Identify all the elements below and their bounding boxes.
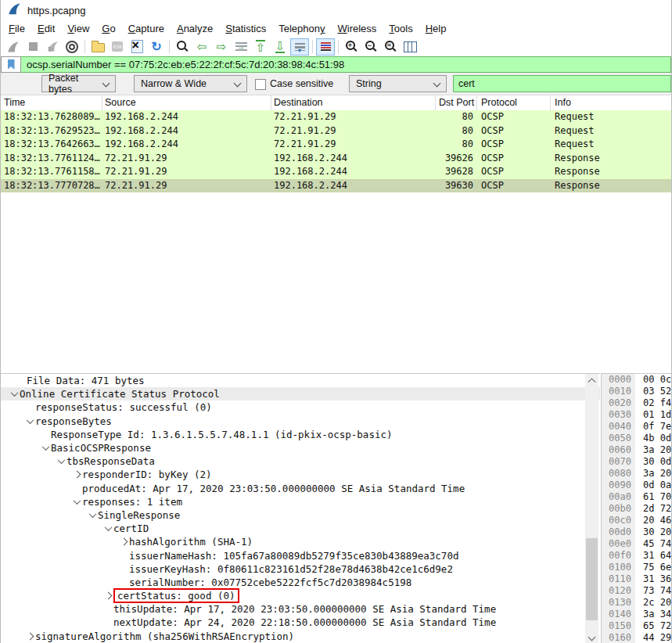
tree-row[interactable]: issuerNameHash: 105fa67a80089db5279f35ce…	[1, 548, 600, 562]
column-header-destination[interactable]: Destination	[274, 97, 323, 108]
hex-row[interactable]: 00d030 20	[602, 526, 671, 538]
close-file-icon[interactable]	[128, 38, 146, 56]
tree-row[interactable]: hashAlgorithm (SHA-1)	[1, 535, 600, 548]
packet-row-selected[interactable]: 18:32:13.7770728… 72.21.91.29 192.168.2.…	[1, 179, 671, 193]
save-file-icon[interactable]	[108, 38, 127, 56]
zoom-reset-icon[interactable]: =	[381, 38, 400, 56]
hex-row[interactable]: 000000 0c	[602, 374, 671, 386]
expander-down-icon[interactable]	[71, 499, 82, 505]
scrollbar-thumb[interactable]	[586, 538, 598, 620]
display-filter-input[interactable]: ocsp.serialNumber == 07:75:2c:eb:e5:22:2…	[21, 56, 671, 73]
search-type-select[interactable]: String	[349, 75, 447, 92]
go-bottom-icon[interactable]: ⇩	[271, 38, 289, 56]
tree-row-selected[interactable]: Online Certificate Status Protocol	[1, 387, 600, 401]
tree-row[interactable]: certID	[1, 522, 600, 535]
packet-row[interactable]: 18:32:13.7642663… 192.168.2.244 72.21.91…	[1, 138, 671, 152]
menu-capture[interactable]: Capture	[122, 22, 171, 35]
column-divider[interactable]	[435, 95, 436, 110]
tree-row[interactable]: SingleResponse	[1, 508, 600, 522]
go-top-icon[interactable]: ⇧	[251, 38, 270, 56]
hex-row[interactable]: 00a061 70	[602, 491, 671, 503]
auto-scroll-icon[interactable]	[290, 38, 309, 56]
hex-row[interactable]: 015065 72	[602, 620, 671, 632]
colorize-icon[interactable]	[316, 38, 335, 56]
resize-columns-icon[interactable]	[401, 38, 419, 56]
find-input[interactable]: cert	[453, 75, 671, 92]
start-capture-icon[interactable]	[4, 38, 23, 56]
open-file-icon[interactable]	[88, 38, 107, 56]
detail-scrollbar[interactable]	[585, 374, 598, 643]
go-back-icon[interactable]: ⇦	[192, 38, 211, 56]
hex-row[interactable]: 00b02d 72	[602, 503, 671, 515]
hex-row[interactable]: 00803a 20	[602, 468, 671, 480]
hex-row[interactable]: 00c020 46	[602, 515, 671, 526]
hex-row[interactable]: 00603a 20	[602, 444, 671, 456]
menu-view[interactable]: View	[61, 22, 95, 35]
column-divider[interactable]	[102, 95, 102, 110]
column-header-dst-port[interactable]: Dst Port	[439, 97, 474, 108]
filter-bookmark-button[interactable]	[1, 56, 21, 73]
expander-down-icon[interactable]	[24, 418, 35, 424]
expander-right-icon[interactable]	[102, 593, 113, 598]
expander-right-icon[interactable]	[118, 539, 129, 544]
column-divider[interactable]	[476, 95, 477, 110]
tree-row[interactable]: responseBytes	[1, 415, 600, 428]
char-width-select[interactable]: Narrow & Wide	[134, 75, 247, 92]
tree-row[interactable]: tbsResponseData	[1, 454, 600, 468]
menu-telephony[interactable]: Telephony	[272, 22, 331, 35]
hex-row[interactable]: 01302c 20	[602, 597, 671, 609]
column-header-time[interactable]: Time	[4, 97, 25, 108]
tree-row[interactable]: nextUpdate: Apr 24, 2020 22:18:50.000000…	[1, 616, 600, 629]
tree-row[interactable]: responseStatus: successful (0)	[1, 401, 600, 414]
hex-row[interactable]: 016044 29	[602, 632, 671, 643]
stop-capture-icon[interactable]	[23, 38, 42, 56]
menu-analyze[interactable]: Analyze	[171, 22, 219, 35]
expander-down-icon[interactable]	[9, 391, 20, 397]
column-header-protocol[interactable]: Protocol	[481, 97, 517, 108]
zoom-in-icon[interactable]: +	[342, 38, 361, 56]
packet-row[interactable]: 18:32:13.7761124… 72.21.91.29 192.168.2.…	[1, 152, 671, 166]
expander-down-icon[interactable]	[102, 526, 113, 531]
tree-row[interactable]: producedAt: Apr 17, 2020 23:03:50.000000…	[1, 482, 600, 495]
zoom-out-icon[interactable]: −	[361, 38, 380, 56]
menu-file[interactable]: File	[2, 22, 31, 35]
hex-row[interactable]: 00504b 0d	[602, 433, 671, 444]
hex-row[interactable]: 010075 6e	[602, 562, 671, 573]
menu-go[interactable]: Go	[95, 22, 121, 35]
expander-right-icon[interactable]	[24, 634, 35, 639]
hex-row[interactable]: 012073 74	[602, 585, 671, 597]
scroll-up-icon[interactable]	[585, 374, 598, 386]
expander-down-icon[interactable]	[40, 445, 51, 451]
expander-down-icon[interactable]	[56, 458, 66, 464]
restart-capture-icon[interactable]: ↻	[43, 38, 62, 56]
column-header-info[interactable]: Info	[555, 97, 571, 108]
find-packet-icon[interactable]	[173, 38, 192, 56]
tree-row[interactable]: responses: 1 item	[1, 495, 600, 508]
search-in-select[interactable]: Packet bytes	[41, 75, 116, 92]
go-forward-icon[interactable]: ⇨	[212, 38, 231, 56]
tree-row[interactable]: responderID: byKey (2)	[1, 468, 600, 481]
tree-row[interactable]: ResponseType Id: 1.3.6.1.5.5.7.48.1.1 (i…	[1, 428, 600, 441]
tree-row[interactable]: issuerKeyHash: 0f80611c823161d52f28e78d4…	[1, 562, 600, 576]
tree-row[interactable]: thisUpdate: Apr 17, 2020 23:03:50.000000…	[1, 602, 600, 616]
tree-row[interactable]: serialNumber: 0x07752cebe5222fcf5c7d2038…	[1, 576, 600, 589]
capture-options-icon[interactable]	[63, 38, 81, 56]
hex-row[interactable]: 011031 36	[602, 573, 671, 585]
hex-row[interactable]: 00900d 0a	[602, 480, 671, 491]
hex-row[interactable]: 00400f 7e	[602, 421, 671, 433]
menu-help[interactable]: Help	[419, 22, 453, 35]
menu-edit[interactable]: Edit	[31, 22, 61, 35]
hex-row[interactable]: 001003 52	[602, 386, 671, 397]
column-divider[interactable]	[271, 95, 271, 110]
expander-right-icon[interactable]	[71, 472, 82, 477]
reload-file-icon[interactable]: ↻	[147, 38, 166, 56]
menu-tools[interactable]: Tools	[383, 22, 419, 35]
packet-row[interactable]: 18:32:13.7628089… 192.168.2.244 72.21.91…	[1, 110, 671, 124]
go-to-packet-icon[interactable]	[232, 38, 250, 56]
hex-row[interactable]: 002002 f4	[602, 397, 671, 409]
scroll-down-icon[interactable]	[585, 631, 598, 643]
tree-row[interactable]: BasicOCSPResponse	[1, 441, 600, 454]
case-sensitive-checkbox[interactable]	[255, 79, 266, 90]
tree-row[interactable]: signatureAlgorithm (sha256WithRSAEncrypt…	[1, 630, 600, 643]
menu-wireless[interactable]: Wireless	[332, 22, 383, 35]
